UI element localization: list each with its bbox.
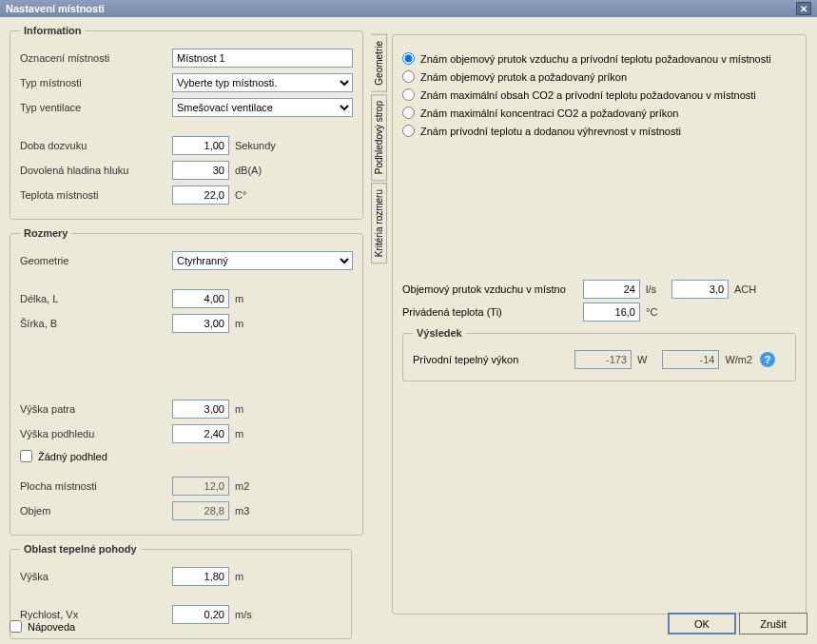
cancel-button[interactable]: Zrušit <box>739 613 807 634</box>
radio-co2-power-label: Znám maximální koncentraci CO2 a požadov… <box>420 107 678 119</box>
reverb-unit: Sekundy <box>235 140 276 151</box>
radio-co2-temp-label: Znám maximální obsah CO2 a prívodní tepl… <box>420 89 756 101</box>
radio-co2-power[interactable] <box>402 107 415 119</box>
information-legend: Information <box>20 25 86 36</box>
ventilation-type-label: Typ ventilace <box>20 102 172 113</box>
comfort-legend: Oblast tepelné pohody <box>20 543 141 555</box>
width-unit: m <box>235 318 243 329</box>
window-title: Nastavení místnosti <box>6 3 105 14</box>
close-icon[interactable]: ✕ <box>796 2 811 15</box>
information-group: Information Oznacení místnosti Typ místn… <box>10 25 363 220</box>
radio-temp-heat-label: Znám prívodní teplotu a dodanou výhrevno… <box>420 126 681 137</box>
length-unit: m <box>235 293 243 304</box>
no-ceiling-checkbox[interactable] <box>20 450 32 462</box>
dimensions-group: Rozmery Geometrie Ctyrhranný Délka, L m … <box>10 227 363 536</box>
volume-label: Objem <box>20 505 172 517</box>
airflow-label: Objemový prutok vzduchu v místno <box>402 283 583 295</box>
radio-flow-temp-label: Znám objemový prutok vzduchu a prívodní … <box>420 53 771 65</box>
width-label: Šírka, B <box>20 318 172 329</box>
heat-output-wm2-unit: W/m2 <box>725 354 752 365</box>
volume-output <box>172 501 229 520</box>
ventilation-type-select[interactable]: Smešovací ventilace <box>172 98 353 117</box>
radio-co2-temp[interactable] <box>402 88 415 101</box>
length-label: Délka, L <box>20 293 172 304</box>
volume-unit: m3 <box>235 505 249 517</box>
airflow-ach-unit: ACH <box>734 283 756 295</box>
left-column: Information Oznacení místnosti Typ místn… <box>10 25 352 644</box>
help-checkbox-label: Nápoveda <box>28 621 75 633</box>
criteria-panel: Znám objemový prutok vzduchu a prívodní … <box>392 34 807 615</box>
noise-input[interactable] <box>172 161 229 180</box>
area-label: Plocha místnosti <box>20 480 172 492</box>
reverb-label: Doba dozvuku <box>20 140 172 151</box>
supply-temp-unit: °C <box>646 306 657 318</box>
area-unit: m2 <box>235 480 249 492</box>
room-designation-label: Oznacení místnosti <box>20 52 172 64</box>
geometry-select[interactable]: Ctyrhranný <box>172 251 353 270</box>
heat-output-label: Prívodní tepelný výkon <box>413 354 574 365</box>
no-ceiling-label: Žádný podhled <box>38 451 107 462</box>
radio-flow-power-label: Znám objemový prutok a požadovaný príkon <box>420 71 627 83</box>
noise-label: Dovolená hladina hluku <box>20 165 172 176</box>
length-input[interactable] <box>172 289 229 308</box>
airflow-ach-input[interactable] <box>671 280 729 299</box>
radio-flow-power[interactable] <box>402 70 415 83</box>
floor-height-unit: m <box>235 403 243 415</box>
heat-output-w-unit: W <box>637 354 647 365</box>
reverb-input[interactable] <box>172 136 229 155</box>
supply-temp-label: Privádená teplota (Ti) <box>402 306 583 318</box>
title-bar: Nastavení místnosti ✕ <box>0 0 817 17</box>
floor-height-label: Výška patra <box>20 403 172 415</box>
dimensions-legend: Rozmery <box>20 227 71 239</box>
comfort-height-input[interactable] <box>172 567 229 586</box>
ok-button[interactable]: OK <box>668 613 736 634</box>
geometry-label: Geometrie <box>20 255 172 266</box>
floor-height-input[interactable] <box>172 400 229 419</box>
heat-output-wm2 <box>662 350 719 369</box>
room-temp-input[interactable] <box>172 185 229 205</box>
ceiling-height-unit: m <box>235 428 243 439</box>
room-designation-input[interactable] <box>172 49 353 68</box>
comfort-height-label: Výška <box>20 571 172 582</box>
room-type-select[interactable]: Vyberte typ místnosti. <box>172 73 353 92</box>
width-input[interactable] <box>172 314 229 333</box>
radio-flow-temp[interactable] <box>402 52 415 65</box>
room-temp-label: Teplota místnosti <box>20 189 172 201</box>
noise-unit: dB(A) <box>235 165 262 176</box>
right-column: Znám objemový prutok vzduchu a prívodní … <box>371 34 807 615</box>
help-icon[interactable]: ? <box>760 352 775 367</box>
result-group: Výsledek Prívodní tepelný výkon W W/m2 ? <box>402 327 796 381</box>
room-temp-unit: C° <box>235 189 246 201</box>
result-legend: Výsledek <box>413 327 466 339</box>
bottom-bar: Nápoveda OK Zrušit <box>10 613 807 634</box>
area-output <box>172 477 229 496</box>
ceiling-height-label: Výška podhledu <box>20 428 172 439</box>
airflow-ls-input[interactable] <box>583 280 640 299</box>
airflow-ls-unit: l/s <box>646 283 656 295</box>
radio-temp-heat[interactable] <box>402 125 415 137</box>
ceiling-height-input[interactable] <box>172 424 229 443</box>
comfort-height-unit: m <box>235 571 243 582</box>
heat-output-w <box>574 350 632 369</box>
dialog-body: Information Oznacení místnosti Typ místn… <box>0 17 817 644</box>
supply-temp-input[interactable] <box>583 302 640 322</box>
room-type-label: Typ místnosti <box>20 77 172 88</box>
help-checkbox[interactable] <box>10 620 22 633</box>
